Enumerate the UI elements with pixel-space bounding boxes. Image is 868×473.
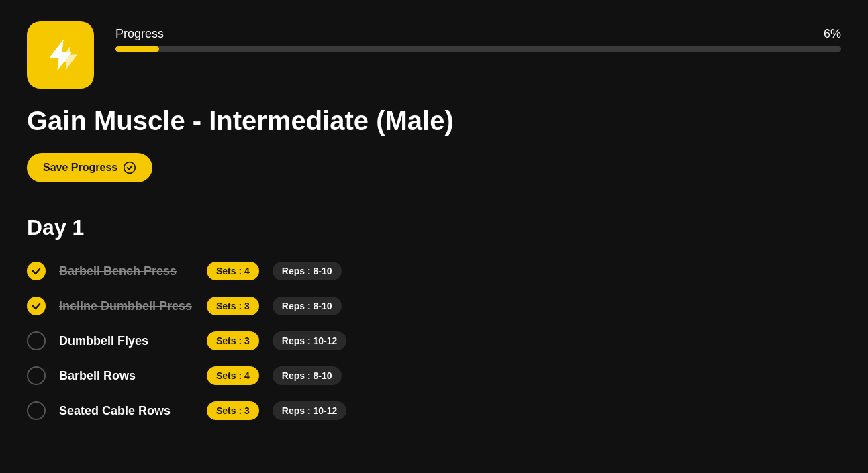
exercise-row: Incline Dumbbell PressSets : 3Reps : 8-1…: [27, 288, 841, 323]
sets-badge: Sets : 4: [207, 366, 259, 385]
lightning-icon: [40, 35, 81, 75]
checkmark-icon: [31, 266, 42, 276]
sets-badge: Sets : 4: [207, 262, 259, 280]
exercise-name: Barbell Rows: [59, 369, 193, 383]
day-title: Day 1: [27, 215, 841, 240]
header: Progress 6%: [27, 21, 841, 89]
header-right: Progress 6%: [115, 21, 841, 52]
reps-badge: Reps : 8-10: [273, 297, 342, 315]
exercise-checkbox[interactable]: [27, 401, 46, 420]
reps-badge: Reps : 8-10: [273, 262, 342, 280]
save-progress-button[interactable]: Save Progress: [27, 153, 152, 182]
exercise-name: Barbell Bench Press: [59, 264, 193, 278]
check-circle-icon: [123, 161, 136, 174]
exercise-list: Barbell Bench PressSets : 4Reps : 8-10In…: [27, 254, 841, 428]
page-title: Gain Muscle - Intermediate (Male): [27, 105, 841, 137]
main-container: Progress 6% Gain Muscle - Intermediate (…: [0, 0, 868, 450]
exercise-checkbox[interactable]: [27, 331, 46, 350]
progress-label: Progress: [115, 27, 164, 41]
sets-badge: Sets : 3: [207, 331, 259, 350]
progress-bar-fill: [115, 46, 159, 52]
reps-badge: Reps : 10-12: [273, 401, 346, 420]
save-button-label: Save Progress: [43, 162, 117, 174]
exercise-checkbox[interactable]: [27, 262, 46, 280]
divider: [27, 199, 841, 199]
sets-badge: Sets : 3: [207, 401, 259, 420]
sets-badge: Sets : 3: [207, 297, 259, 315]
exercise-name: Dumbbell Flyes: [59, 334, 193, 348]
exercise-row: Seated Cable RowsSets : 3Reps : 10-12: [27, 393, 841, 428]
exercise-row: Dumbbell FlyesSets : 3Reps : 10-12: [27, 323, 841, 358]
reps-badge: Reps : 10-12: [273, 331, 346, 350]
checkmark-icon: [31, 301, 42, 311]
reps-badge: Reps : 8-10: [273, 366, 342, 385]
exercise-name: Incline Dumbbell Press: [59, 299, 193, 313]
progress-section: Progress 6%: [115, 27, 841, 41]
exercise-checkbox[interactable]: [27, 297, 46, 315]
exercise-row: Barbell Bench PressSets : 4Reps : 8-10: [27, 254, 841, 288]
progress-percent: 6%: [824, 27, 841, 41]
progress-bar-container: [115, 46, 841, 52]
exercise-row: Barbell RowsSets : 4Reps : 8-10: [27, 358, 841, 393]
exercise-name: Seated Cable Rows: [59, 404, 193, 418]
app-icon: [27, 21, 94, 89]
exercise-checkbox[interactable]: [27, 366, 46, 385]
